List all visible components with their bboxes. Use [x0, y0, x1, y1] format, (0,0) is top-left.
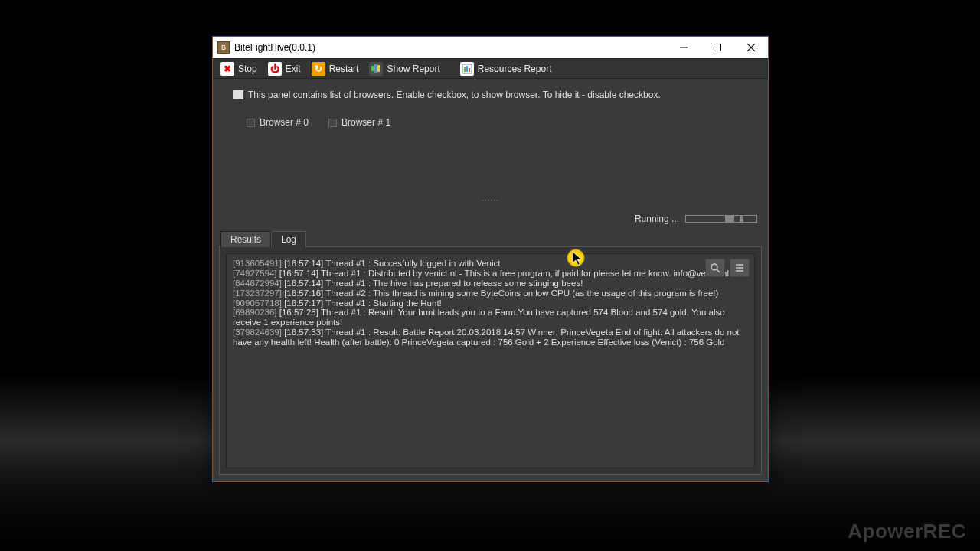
tab-results[interactable]: Results	[220, 231, 271, 247]
panel-info-text: This panel contains list of browsers. En…	[248, 90, 661, 100]
log-search-button[interactable]	[705, 259, 725, 277]
speech-bubble-icon	[233, 90, 243, 99]
report-icon	[369, 62, 383, 76]
log-view[interactable]: [913605491] [16:57:14] Thread #1 : Succe…	[226, 253, 755, 468]
resources-report-button[interactable]: Resources Report	[456, 60, 557, 77]
svg-rect-7	[469, 68, 470, 72]
svg-line-9	[717, 269, 720, 272]
tab-log[interactable]: Log	[271, 231, 306, 247]
titlebar: B BiteFightHive(0.0.1)	[213, 37, 768, 58]
hamburger-icon	[734, 262, 745, 273]
browser-panel: This panel contains list of browsers. En…	[213, 79, 768, 230]
app-window: B BiteFightHive(0.0.1) ✖ Stop ⏻ Exit ↻ R…	[212, 36, 769, 482]
splitter-handle[interactable]: ······	[482, 196, 499, 204]
log-toolbar	[705, 259, 750, 277]
log-frame: [913605491] [16:57:14] Thread #1 : Succe…	[219, 246, 762, 475]
exit-button[interactable]: ⏻ Exit	[263, 60, 305, 77]
log-line: [844672994] [16:57:14] Thread #1 : The h…	[233, 279, 748, 289]
svg-point-8	[711, 264, 717, 270]
panel-info-row: This panel contains list of browsers. En…	[233, 90, 753, 100]
restart-button[interactable]: ↻ Restart	[307, 60, 364, 77]
app-icon: B	[217, 41, 230, 54]
svg-rect-1	[714, 44, 721, 51]
close-icon	[747, 44, 755, 51]
exit-icon: ⏻	[268, 62, 282, 76]
browser-item-0: Browser # 0	[247, 117, 309, 128]
window-controls	[667, 37, 768, 58]
stop-icon: ✖	[220, 62, 234, 76]
recorder-watermark: ApowerREC	[848, 520, 966, 543]
status-row: Running ...	[635, 214, 757, 224]
log-line: [909057718] [16:57:17] Thread #1 : Start…	[233, 298, 748, 308]
browser-label-1: Browser # 1	[341, 117, 390, 128]
show-report-button[interactable]: Show Report	[364, 60, 444, 77]
log-line: [173237297] [16:57:16] Thread #2 : This …	[233, 289, 748, 298]
browser-list: Browser # 0 Browser # 1	[247, 117, 753, 128]
log-line: [379824639] [16:57:33] Thread #1 : Resul…	[233, 328, 748, 347]
maximize-icon	[714, 44, 721, 51]
window-title: BiteFightHive(0.0.1)	[234, 42, 315, 53]
browser-checkbox-1[interactable]	[328, 119, 337, 127]
search-icon	[710, 262, 720, 273]
stop-button[interactable]: ✖ Stop	[216, 60, 262, 77]
browser-label-0: Browser # 0	[260, 117, 309, 128]
browser-checkbox-0[interactable]	[247, 119, 255, 127]
log-menu-button[interactable]	[730, 259, 750, 277]
resources-report-label: Resources Report	[478, 64, 552, 74]
log-line: [74927594] [16:57:14] Thread #1 : Distri…	[233, 269, 748, 279]
minimize-button[interactable]	[667, 37, 701, 58]
svg-rect-6	[466, 66, 468, 72]
show-report-label: Show Report	[387, 64, 439, 74]
close-button[interactable]	[734, 37, 768, 58]
progress-bar	[685, 215, 757, 223]
svg-rect-5	[464, 67, 466, 72]
restart-icon: ↻	[312, 62, 325, 76]
restart-label: Restart	[329, 64, 359, 74]
output-tabs: Results Log	[213, 230, 768, 246]
stop-label: Stop	[238, 64, 257, 74]
resources-report-icon	[460, 62, 474, 76]
minimize-icon	[680, 44, 688, 51]
browser-item-1: Browser # 1	[328, 117, 390, 128]
maximize-button[interactable]	[701, 37, 734, 58]
log-line: [913605491] [16:57:14] Thread #1 : Succe…	[233, 259, 748, 269]
toolbar: ✖ Stop ⏻ Exit ↻ Restart Show Report Reso…	[213, 58, 768, 79]
exit-label: Exit	[286, 64, 301, 74]
log-line: [69890236] [16:57:25] Thread #1 : Result…	[233, 308, 748, 328]
status-text: Running ...	[635, 214, 679, 224]
